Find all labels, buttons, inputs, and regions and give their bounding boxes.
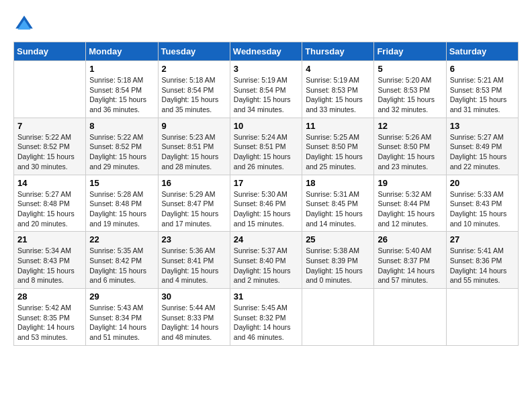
calendar-cell: 2Sunrise: 5:18 AMSunset: 8:54 PMDaylight… <box>158 61 230 118</box>
day-number: 15 <box>89 178 154 188</box>
calendar-header: SundayMondayTuesdayWednesdayThursdayFrid… <box>14 42 519 61</box>
day-info: Sunrise: 5:43 AMSunset: 8:34 PMDaylight:… <box>89 303 154 342</box>
weekday-header: Friday <box>374 42 446 61</box>
weekday-header: Thursday <box>302 42 374 61</box>
day-number: 29 <box>89 291 154 302</box>
day-number: 22 <box>89 234 154 244</box>
calendar-cell <box>446 289 518 346</box>
day-info: Sunrise: 5:34 AMSunset: 8:43 PMDaylight:… <box>17 246 82 285</box>
day-info: Sunrise: 5:19 AMSunset: 8:53 PMDaylight:… <box>306 75 370 115</box>
weekday-header: Tuesday <box>158 42 230 61</box>
calendar-cell: 6Sunrise: 5:21 AMSunset: 8:53 PMDaylight… <box>446 61 518 118</box>
calendar-cell: 18Sunrise: 5:31 AMSunset: 8:45 PMDayligh… <box>302 175 374 232</box>
day-number: 7 <box>17 121 82 131</box>
calendar-cell: 3Sunrise: 5:19 AMSunset: 8:54 PMDaylight… <box>230 61 302 118</box>
day-number: 17 <box>234 178 298 188</box>
day-info: Sunrise: 5:45 AMSunset: 8:32 PMDaylight:… <box>234 303 298 342</box>
calendar-cell: 25Sunrise: 5:38 AMSunset: 8:39 PMDayligh… <box>302 232 374 289</box>
day-info: Sunrise: 5:23 AMSunset: 8:51 PMDaylight:… <box>162 132 226 172</box>
calendar-cell: 22Sunrise: 5:35 AMSunset: 8:42 PMDayligh… <box>86 232 158 289</box>
day-number: 23 <box>162 234 226 244</box>
calendar-cell: 15Sunrise: 5:28 AMSunset: 8:48 PMDayligh… <box>86 175 158 232</box>
day-number: 12 <box>378 121 442 131</box>
calendar-week-row: 28Sunrise: 5:42 AMSunset: 8:35 PMDayligh… <box>14 289 519 346</box>
calendar-cell: 26Sunrise: 5:40 AMSunset: 8:37 PMDayligh… <box>374 232 446 289</box>
calendar-cell <box>14 61 86 118</box>
day-info: Sunrise: 5:22 AMSunset: 8:52 PMDaylight:… <box>89 132 154 172</box>
calendar-cell: 1Sunrise: 5:18 AMSunset: 8:54 PMDaylight… <box>86 61 158 118</box>
day-number: 4 <box>306 64 370 74</box>
day-info: Sunrise: 5:37 AMSunset: 8:40 PMDaylight:… <box>234 246 298 285</box>
day-number: 19 <box>378 178 442 188</box>
day-number: 3 <box>234 64 298 74</box>
day-info: Sunrise: 5:18 AMSunset: 8:54 PMDaylight:… <box>162 75 226 115</box>
day-number: 21 <box>17 234 82 244</box>
calendar-week-row: 14Sunrise: 5:27 AMSunset: 8:48 PMDayligh… <box>14 175 519 232</box>
calendar-cell: 17Sunrise: 5:30 AMSunset: 8:46 PMDayligh… <box>230 175 302 232</box>
logo-icon <box>13 13 35 35</box>
calendar-cell: 23Sunrise: 5:36 AMSunset: 8:41 PMDayligh… <box>158 232 230 289</box>
day-info: Sunrise: 5:27 AMSunset: 8:48 PMDaylight:… <box>17 189 82 229</box>
calendar-cell <box>302 289 374 346</box>
day-info: Sunrise: 5:32 AMSunset: 8:44 PMDaylight:… <box>378 189 442 229</box>
calendar-cell: 11Sunrise: 5:25 AMSunset: 8:50 PMDayligh… <box>302 118 374 175</box>
day-info: Sunrise: 5:40 AMSunset: 8:37 PMDaylight:… <box>378 246 442 285</box>
calendar-cell: 21Sunrise: 5:34 AMSunset: 8:43 PMDayligh… <box>14 232 86 289</box>
day-info: Sunrise: 5:24 AMSunset: 8:51 PMDaylight:… <box>234 132 298 172</box>
day-info: Sunrise: 5:25 AMSunset: 8:50 PMDaylight:… <box>306 132 370 172</box>
calendar-cell: 16Sunrise: 5:29 AMSunset: 8:47 PMDayligh… <box>158 175 230 232</box>
day-info: Sunrise: 5:30 AMSunset: 8:46 PMDaylight:… <box>234 189 298 229</box>
calendar-cell: 20Sunrise: 5:33 AMSunset: 8:43 PMDayligh… <box>446 175 518 232</box>
weekday-header: Saturday <box>446 42 518 61</box>
day-info: Sunrise: 5:28 AMSunset: 8:48 PMDaylight:… <box>89 189 154 229</box>
logo <box>13 13 38 35</box>
calendar-cell: 30Sunrise: 5:44 AMSunset: 8:33 PMDayligh… <box>158 289 230 346</box>
day-number: 28 <box>17 291 82 302</box>
calendar-week-row: 21Sunrise: 5:34 AMSunset: 8:43 PMDayligh… <box>14 232 519 289</box>
day-number: 1 <box>89 64 154 74</box>
day-number: 31 <box>234 291 298 302</box>
day-number: 18 <box>306 178 370 188</box>
day-info: Sunrise: 5:31 AMSunset: 8:45 PMDaylight:… <box>306 189 370 229</box>
calendar-cell: 9Sunrise: 5:23 AMSunset: 8:51 PMDaylight… <box>158 118 230 175</box>
calendar-cell: 5Sunrise: 5:20 AMSunset: 8:53 PMDaylight… <box>374 61 446 118</box>
day-number: 25 <box>306 234 370 244</box>
day-number: 14 <box>17 178 82 188</box>
day-info: Sunrise: 5:41 AMSunset: 8:36 PMDaylight:… <box>450 246 515 285</box>
day-info: Sunrise: 5:36 AMSunset: 8:41 PMDaylight:… <box>162 246 226 285</box>
day-info: Sunrise: 5:18 AMSunset: 8:54 PMDaylight:… <box>89 75 154 115</box>
calendar-cell: 14Sunrise: 5:27 AMSunset: 8:48 PMDayligh… <box>14 175 86 232</box>
day-info: Sunrise: 5:44 AMSunset: 8:33 PMDaylight:… <box>162 303 226 342</box>
calendar-cell <box>374 289 446 346</box>
day-info: Sunrise: 5:35 AMSunset: 8:42 PMDaylight:… <box>89 246 154 285</box>
calendar-cell: 31Sunrise: 5:45 AMSunset: 8:32 PMDayligh… <box>230 289 302 346</box>
calendar-cell: 13Sunrise: 5:27 AMSunset: 8:49 PMDayligh… <box>446 118 518 175</box>
day-number: 30 <box>162 291 226 302</box>
calendar-cell: 19Sunrise: 5:32 AMSunset: 8:44 PMDayligh… <box>374 175 446 232</box>
calendar-week-row: 1Sunrise: 5:18 AMSunset: 8:54 PMDaylight… <box>14 61 519 118</box>
day-number: 20 <box>450 178 515 188</box>
weekday-header: Sunday <box>14 42 86 61</box>
day-number: 11 <box>306 121 370 131</box>
calendar-table: SundayMondayTuesdayWednesdayThursdayFrid… <box>13 42 519 346</box>
day-info: Sunrise: 5:21 AMSunset: 8:53 PMDaylight:… <box>450 75 515 115</box>
day-info: Sunrise: 5:20 AMSunset: 8:53 PMDaylight:… <box>378 75 442 115</box>
calendar-cell: 28Sunrise: 5:42 AMSunset: 8:35 PMDayligh… <box>14 289 86 346</box>
calendar-cell: 12Sunrise: 5:26 AMSunset: 8:50 PMDayligh… <box>374 118 446 175</box>
day-number: 5 <box>378 64 442 74</box>
day-number: 13 <box>450 121 515 131</box>
calendar-cell: 4Sunrise: 5:19 AMSunset: 8:53 PMDaylight… <box>302 61 374 118</box>
day-number: 27 <box>450 234 515 244</box>
calendar-cell: 8Sunrise: 5:22 AMSunset: 8:52 PMDaylight… <box>86 118 158 175</box>
calendar-week-row: 7Sunrise: 5:22 AMSunset: 8:52 PMDaylight… <box>14 118 519 175</box>
calendar-cell: 10Sunrise: 5:24 AMSunset: 8:51 PMDayligh… <box>230 118 302 175</box>
day-number: 8 <box>89 121 154 131</box>
day-info: Sunrise: 5:42 AMSunset: 8:35 PMDaylight:… <box>17 303 82 342</box>
weekday-header: Wednesday <box>230 42 302 61</box>
day-number: 24 <box>234 234 298 244</box>
day-info: Sunrise: 5:29 AMSunset: 8:47 PMDaylight:… <box>162 189 226 229</box>
day-number: 9 <box>162 121 226 131</box>
day-number: 2 <box>162 64 226 74</box>
day-info: Sunrise: 5:38 AMSunset: 8:39 PMDaylight:… <box>306 246 370 285</box>
calendar-cell: 24Sunrise: 5:37 AMSunset: 8:40 PMDayligh… <box>230 232 302 289</box>
